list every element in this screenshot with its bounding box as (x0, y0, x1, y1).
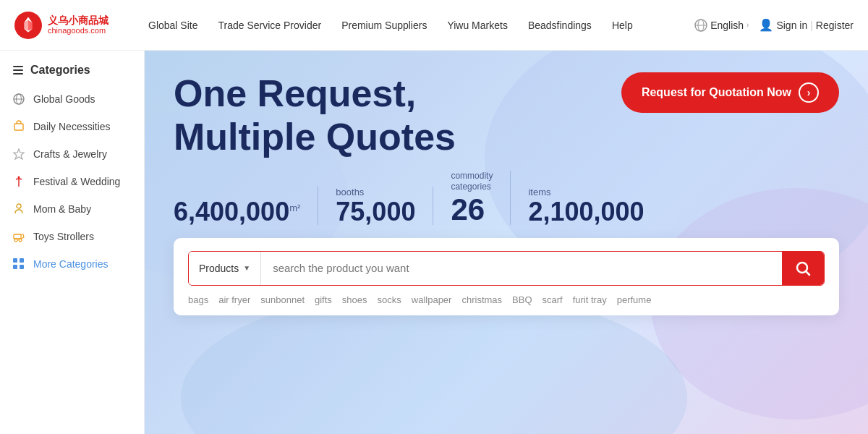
stat-area-value: 6,400,000m² (174, 199, 300, 225)
sidebar-label-crafts: Crafts & Jewelry (33, 148, 107, 160)
header-right: English › 👤 Sign in | Register (694, 18, 854, 32)
list-icon (12, 64, 25, 77)
search-tag-sunbonnet[interactable]: sunbonnet (260, 294, 305, 305)
nav-links: Global Site Trade Service Provider Premi… (148, 20, 694, 31)
sidebar-label-global-goods: Global Goods (33, 93, 95, 105)
rfq-arrow-icon: › (799, 82, 819, 103)
lang-chevron-icon: › (746, 21, 749, 29)
nav-beadsfindings[interactable]: Beadsfindings (528, 20, 592, 31)
toys-icon (12, 229, 26, 244)
nav-help[interactable]: Help (612, 20, 633, 31)
stat-booths-label: booths (336, 187, 415, 197)
festival-icon (12, 174, 26, 189)
main-container: Categories Global Goods Daily Necessitie… (0, 51, 868, 434)
language-selector[interactable]: English › (694, 19, 749, 32)
nav-yiwu-markets[interactable]: Yiwu Markets (447, 20, 508, 31)
search-tag-gifts[interactable]: gifts (315, 294, 332, 305)
logo-text: 义乌小商品城 chinagoods.com (48, 15, 109, 35)
sidebar-label-mom-baby: Mom & Baby (33, 203, 91, 215)
rfq-button[interactable]: Request for Quotation Now › (621, 72, 839, 113)
hero-title: One Request, Multiple Quotes (174, 72, 456, 159)
logo-domain: chinagoods.com (48, 26, 109, 35)
mom-baby-icon (12, 202, 26, 216)
hero-title-line2: Multiple Quotes (174, 116, 456, 159)
more-categories-icon (12, 257, 26, 271)
svg-point-12 (18, 176, 20, 179)
sidebar: Categories Global Goods Daily Necessitie… (0, 51, 145, 434)
sidebar-item-daily-necessities[interactable]: Daily Necessities (0, 113, 144, 140)
auth-separator: | (810, 20, 813, 31)
globe-icon (694, 19, 707, 32)
svg-rect-14 (14, 234, 21, 239)
search-tags: bags air fryer sunbonnet gifts shoes soc… (188, 294, 825, 305)
search-tag-christmas[interactable]: christmas (461, 294, 502, 305)
sidebar-item-toys-strollers[interactable]: Toys Strollers (0, 223, 144, 250)
global-goods-icon (12, 92, 26, 106)
search-button[interactable] (782, 252, 824, 285)
sidebar-item-more-categories[interactable]: More Categories (0, 250, 144, 278)
search-tag-bbq[interactable]: BBQ (512, 294, 532, 305)
logo-chinese: 义乌小商品城 (48, 15, 109, 26)
crafts-icon (12, 147, 26, 161)
nav-premium-suppliers[interactable]: Premium Suppliers (341, 20, 427, 31)
search-icon (795, 260, 811, 276)
search-tag-airfryer[interactable]: air fryer (218, 294, 250, 305)
stat-items-label: items (528, 187, 644, 197)
lang-label: English (710, 20, 744, 31)
stat-categories-label: commoditycategories (451, 171, 493, 193)
svg-rect-4 (13, 66, 23, 67)
stat-categories: commoditycategories 26 (451, 171, 511, 225)
search-card: Products ▼ bags air fryer sunbonnet (174, 238, 839, 315)
logo-area[interactable]: 义乌小商品城 chinagoods.com (14, 12, 148, 39)
search-tag-socks[interactable]: socks (378, 294, 401, 305)
stat-items: items 2,100,000 (528, 187, 661, 225)
search-row: Products ▼ (188, 251, 825, 286)
search-tag-scarf[interactable]: scarf (542, 294, 563, 305)
svg-rect-10 (14, 124, 23, 130)
hero-title-block: One Request, Multiple Quotes (174, 72, 456, 171)
sidebar-label-more: More Categories (33, 258, 109, 270)
stat-area: 6,400,000m² (174, 187, 318, 225)
hero-content: One Request, Multiple Quotes Request for… (174, 72, 839, 315)
sidebar-item-crafts-jewelry[interactable]: Crafts & Jewelry (0, 140, 144, 168)
sidebar-label-festival: Festival & Wedding (33, 176, 120, 187)
search-tag-shoes[interactable]: shoes (342, 294, 367, 305)
logo-icon (14, 12, 42, 39)
search-tag-wallpaper[interactable]: wallpaper (412, 294, 452, 305)
search-tag-perfume[interactable]: perfume (617, 294, 652, 305)
svg-point-15 (14, 239, 17, 242)
sidebar-item-festival-wedding[interactable]: Festival & Wedding (0, 168, 144, 195)
sidebar-label-toys: Toys Strollers (33, 231, 94, 242)
sidebar-label-daily: Daily Necessities (33, 121, 111, 132)
search-input[interactable] (261, 252, 782, 285)
svg-rect-5 (13, 69, 23, 71)
nav-global-site[interactable]: Global Site (148, 20, 197, 31)
svg-point-13 (17, 204, 21, 208)
sidebar-item-global-goods[interactable]: Global Goods (0, 85, 144, 113)
hero-title-line1: One Request, (174, 72, 456, 116)
register-link[interactable]: Register (816, 20, 854, 31)
stat-items-value: 2,100,000 (528, 199, 644, 225)
search-dropdown-label: Products (199, 263, 239, 274)
search-tag-fruittray[interactable]: furit tray (573, 294, 607, 305)
daily-necessities-icon (12, 119, 26, 134)
sidebar-categories-title: Categories (30, 64, 90, 77)
stats-row: 6,400,000m² booths 75,000 commoditycateg… (174, 171, 839, 225)
stat-categories-value: 26 (451, 195, 493, 225)
sidebar-header: Categories (0, 58, 144, 85)
hero-section: One Request, Multiple Quotes Request for… (145, 51, 868, 434)
svg-point-16 (19, 239, 22, 242)
stat-booths: booths 75,000 (336, 187, 433, 225)
sign-in-link[interactable]: Sign in (776, 20, 807, 31)
user-icon: 👤 (759, 18, 773, 32)
sidebar-item-mom-baby[interactable]: Mom & Baby (0, 195, 144, 223)
search-dropdown[interactable]: Products ▼ (189, 252, 261, 285)
nav-trade-service[interactable]: Trade Service Provider (218, 20, 321, 31)
stat-area-label (174, 187, 300, 197)
search-tag-bags[interactable]: bags (188, 294, 208, 305)
svg-line-22 (807, 271, 810, 275)
dropdown-arrow-icon: ▼ (243, 264, 250, 272)
rfq-button-label: Request for Quotation Now (642, 86, 791, 99)
svg-rect-6 (13, 73, 23, 75)
svg-marker-11 (14, 149, 24, 159)
